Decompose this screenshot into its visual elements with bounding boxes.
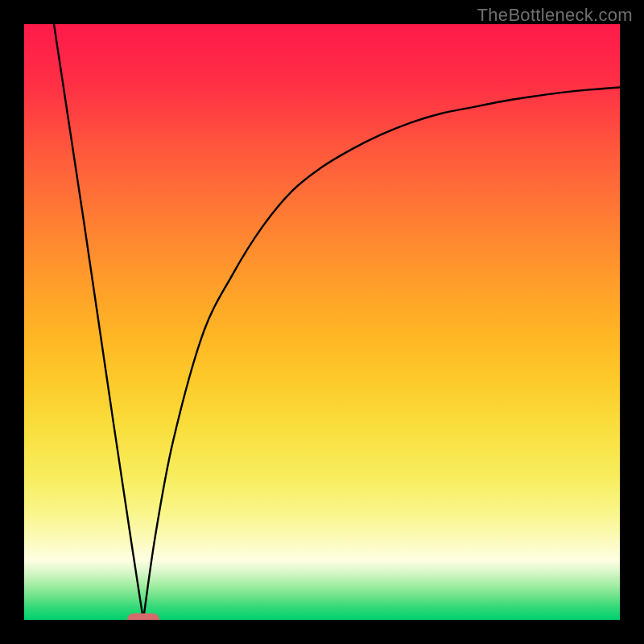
curve-layer (24, 24, 620, 620)
watermark-text: TheBottleneck.com (477, 5, 633, 26)
chart-frame: TheBottleneck.com (0, 0, 644, 644)
optimum-marker (127, 613, 159, 620)
plot-area (24, 24, 620, 620)
bottleneck-curve (54, 24, 620, 620)
